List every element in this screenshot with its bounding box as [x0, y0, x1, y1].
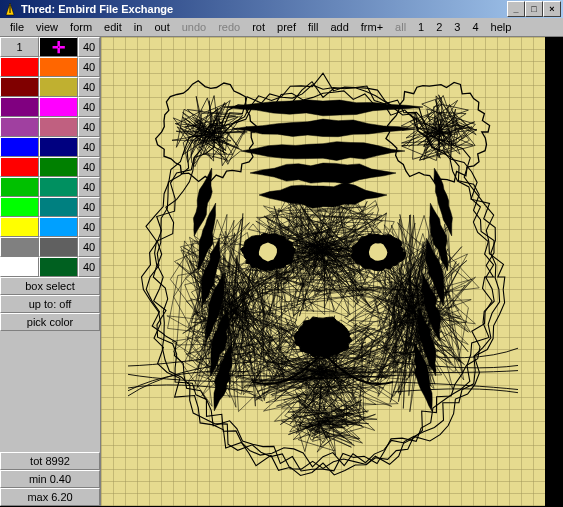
menu-4[interactable]: 4: [466, 20, 484, 34]
swatch-11-0[interactable]: [0, 257, 39, 277]
swatch-2-0[interactable]: [0, 77, 39, 97]
stat-min: min 0.40: [0, 470, 100, 488]
swatch-10-1[interactable]: [39, 237, 78, 257]
menu-pref[interactable]: pref: [271, 20, 302, 34]
menubar: fileviewformeditinoutundoredorotpreffill…: [0, 18, 563, 37]
menu-all[interactable]: all: [389, 20, 412, 34]
menu-2[interactable]: 2: [430, 20, 448, 34]
swatch-4-0[interactable]: [0, 117, 39, 137]
stats-panel: tot 8992 min 0.40 max 6.20: [0, 452, 100, 506]
swatch-1-1[interactable]: [39, 57, 78, 77]
stat-total: tot 8992: [0, 452, 100, 470]
swatch-value-4[interactable]: 40: [78, 117, 100, 137]
swatch-value-3[interactable]: 40: [78, 97, 100, 117]
swatch-value-8[interactable]: 40: [78, 197, 100, 217]
canvas-grid: [101, 37, 545, 506]
stat-max: max 6.20: [0, 488, 100, 506]
swatch-value-0[interactable]: 40: [78, 37, 100, 57]
window-title: Thred: Embird File Exchange: [21, 3, 507, 15]
swatch-value-11[interactable]: 40: [78, 257, 100, 277]
swatch-value-9[interactable]: 40: [78, 217, 100, 237]
swatch-4-1[interactable]: [39, 117, 78, 137]
menu-in[interactable]: in: [128, 20, 149, 34]
swatch-value-1[interactable]: 40: [78, 57, 100, 77]
swatch-selected[interactable]: [39, 37, 78, 57]
menu-file[interactable]: file: [4, 20, 30, 34]
up-to-button[interactable]: up to: off: [0, 295, 100, 313]
swatch-3-0[interactable]: [0, 97, 39, 117]
menu-edit[interactable]: edit: [98, 20, 128, 34]
swatch-value-6[interactable]: 40: [78, 157, 100, 177]
swatch-2-1[interactable]: [39, 77, 78, 97]
minimize-button[interactable]: _: [507, 1, 525, 17]
pick-color-button[interactable]: pick color: [0, 313, 100, 331]
swatch-5-0[interactable]: [0, 137, 39, 157]
sidebar: 1404040404040404040404040 box select up …: [0, 37, 101, 506]
swatch-value-5[interactable]: 40: [78, 137, 100, 157]
swatch-9-1[interactable]: [39, 217, 78, 237]
maximize-button[interactable]: □: [525, 1, 543, 17]
swatch-8-0[interactable]: [0, 197, 39, 217]
canvas[interactable]: [101, 37, 563, 506]
menu-frm+[interactable]: frm+: [355, 20, 389, 34]
app-icon: [2, 1, 18, 17]
swatch-1-0[interactable]: [0, 57, 39, 77]
swatch-6-0[interactable]: [0, 157, 39, 177]
swatch-7-1[interactable]: [39, 177, 78, 197]
menu-3[interactable]: 3: [448, 20, 466, 34]
swatch-value-10[interactable]: 40: [78, 237, 100, 257]
swatch-6-1[interactable]: [39, 157, 78, 177]
menu-undo[interactable]: undo: [176, 20, 212, 34]
box-select-button[interactable]: box select: [0, 277, 100, 295]
swatch-value-7[interactable]: 40: [78, 177, 100, 197]
color-palette: 1404040404040404040404040: [0, 37, 100, 277]
swatch-10-0[interactable]: [0, 237, 39, 257]
swatch-3-1[interactable]: [39, 97, 78, 117]
menu-fill[interactable]: fill: [302, 20, 324, 34]
close-button[interactable]: ×: [543, 1, 561, 17]
swatch-7-0[interactable]: [0, 177, 39, 197]
swatch-11-1[interactable]: [39, 257, 78, 277]
current-color-index: 1: [0, 37, 39, 57]
swatch-value-2[interactable]: 40: [78, 77, 100, 97]
swatch-8-1[interactable]: [39, 197, 78, 217]
menu-out[interactable]: out: [148, 20, 175, 34]
menu-form[interactable]: form: [64, 20, 98, 34]
menu-help[interactable]: help: [485, 20, 518, 34]
swatch-5-1[interactable]: [39, 137, 78, 157]
menu-rot[interactable]: rot: [246, 20, 271, 34]
menu-view[interactable]: view: [30, 20, 64, 34]
swatch-9-0[interactable]: [0, 217, 39, 237]
titlebar: Thred: Embird File Exchange _ □ ×: [0, 0, 563, 18]
menu-redo[interactable]: redo: [212, 20, 246, 34]
menu-1[interactable]: 1: [412, 20, 430, 34]
menu-add[interactable]: add: [324, 20, 354, 34]
